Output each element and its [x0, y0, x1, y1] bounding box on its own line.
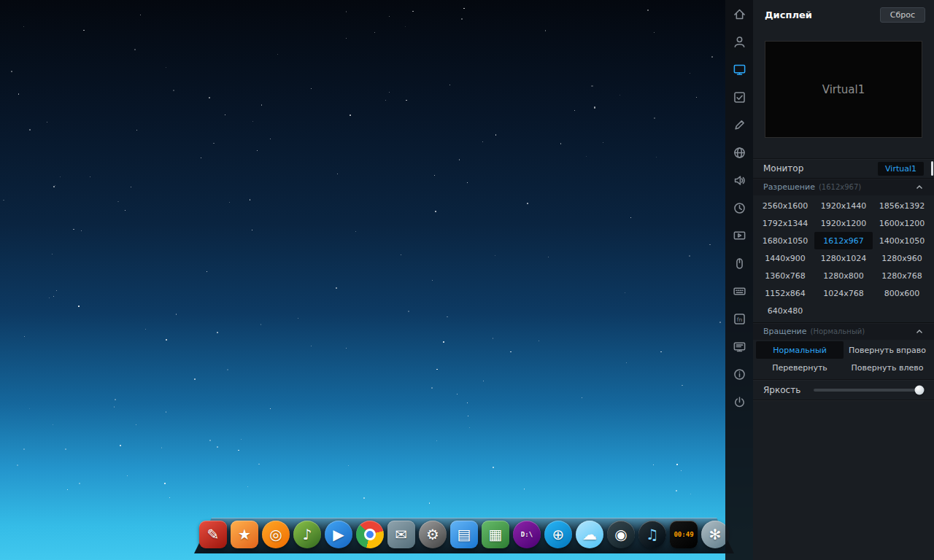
dock-chrome[interactable] [356, 521, 384, 548]
chevron-up-icon[interactable] [915, 183, 924, 192]
sidebar-item-keyboard[interactable] [733, 284, 746, 298]
dock-music-player[interactable]: ♫ [638, 521, 666, 548]
sidebar-item-accounts[interactable] [733, 35, 746, 49]
star [24, 336, 26, 338]
resolution-option[interactable]: 1600x1200 [873, 214, 931, 232]
star [161, 447, 162, 448]
star [176, 314, 177, 314]
panel-scrollbar[interactable] [931, 161, 933, 176]
star [3, 200, 4, 201]
star [277, 54, 278, 55]
sidebar-item-system-display[interactable] [733, 340, 746, 354]
monitor-preview-label: Virtual1 [822, 83, 865, 96]
resolution-options: 2560x16001920x14401856x13921792x13441920… [753, 195, 934, 322]
star [227, 369, 228, 370]
resolution-option[interactable]: 1920x1200 [814, 214, 873, 232]
dock-file-manager[interactable]: ★ [231, 521, 258, 548]
dock-camera[interactable]: ◉ [607, 521, 635, 548]
rotation-option[interactable]: Повернуть вправо [844, 341, 931, 359]
sidebar-item-display[interactable] [733, 63, 746, 77]
brightness-knob[interactable] [914, 385, 924, 394]
resolution-option[interactable]: 1792x1344 [756, 214, 814, 232]
dock-browser[interactable]: ⊕ [544, 521, 572, 548]
resolution-option[interactable]: 1360x768 [756, 267, 814, 284]
sidebar-item-datetime[interactable] [733, 201, 746, 215]
star [681, 470, 682, 471]
star [166, 67, 166, 68]
star [676, 490, 676, 491]
sidebar-item-info[interactable] [733, 368, 746, 381]
dock-clock-app[interactable]: 00:49 [670, 521, 698, 548]
star [435, 211, 436, 212]
star [346, 38, 347, 39]
dock-deepin-movie[interactable]: ▶ [325, 521, 352, 548]
star [436, 369, 437, 370]
resolution-option[interactable]: 1280x800 [814, 267, 873, 284]
star [164, 483, 166, 484]
sidebar-item-default-apps[interactable] [733, 90, 746, 104]
dock-email[interactable]: ✉ [387, 521, 415, 548]
resolution-option[interactable]: 1680x1050 [756, 232, 814, 249]
image-viewer-icon: ✻ [709, 527, 722, 542]
sidebar-item-power[interactable] [733, 395, 746, 409]
monitor-value-chip[interactable]: Virtual1 [878, 162, 924, 176]
star [127, 475, 128, 476]
dock-terminal[interactable]: D:\ [513, 521, 541, 548]
resolution-option[interactable]: 1856x1392 [873, 197, 931, 214]
star [405, 26, 406, 27]
resolution-option[interactable]: 800x600 [873, 284, 931, 302]
star [545, 30, 547, 31]
star [114, 406, 115, 408]
resolution-option[interactable]: 1152x864 [756, 284, 814, 302]
resolution-option[interactable]: 2560x1600 [756, 197, 814, 214]
sidebar-item-home[interactable] [733, 7, 746, 21]
star [457, 394, 458, 394]
resolution-option[interactable]: 1024x768 [814, 284, 873, 302]
dock-deepin-music[interactable]: ♪ [293, 521, 321, 548]
svg-text:fn: fn [736, 316, 742, 323]
resolution-option[interactable]: 1400x1050 [873, 232, 931, 249]
star [429, 502, 430, 503]
brightness-label: Яркость [763, 385, 800, 395]
brightness-slider[interactable] [814, 385, 924, 395]
sidebar-item-screen[interactable] [733, 229, 746, 243]
dock-cloud[interactable]: ☁ [576, 521, 603, 548]
dock-control-badge[interactable]: ⚙ [419, 521, 447, 548]
resolution-option[interactable]: 1612x967 [814, 232, 873, 249]
rotation-option[interactable]: Повернуть влево [844, 359, 931, 376]
star [401, 254, 401, 255]
rotation-option[interactable]: Перевернуть [756, 359, 844, 376]
star [213, 143, 215, 144]
resolution-option[interactable]: 1280x1024 [814, 249, 873, 267]
rotation-section-header[interactable]: Вращение (Нормальный) [753, 322, 934, 340]
star [217, 332, 218, 333]
dock-deepin-launcher[interactable]: ✎ [199, 521, 227, 548]
resolution-option[interactable]: 1440x900 [756, 249, 814, 267]
chevron-up-icon[interactable] [915, 327, 924, 336]
star [134, 49, 136, 50]
sidebar-item-network[interactable] [733, 146, 746, 160]
resolution-option[interactable]: 1920x1440 [814, 197, 873, 214]
resolution-option[interactable]: 934x560 [873, 267, 931, 284]
star [690, 73, 690, 74]
rotation-option[interactable]: Нормальный [756, 341, 844, 359]
resolution-option[interactable]: 1280x960 [873, 249, 931, 267]
star [229, 202, 230, 203]
reset-button[interactable]: Сброс [880, 7, 925, 23]
dock-app-store[interactable]: ◎ [262, 521, 290, 548]
sidebar-item-mouse[interactable] [733, 257, 746, 271]
brightness-track[interactable] [814, 389, 924, 392]
dock-spreadsheet[interactable]: ▦ [482, 521, 509, 548]
sidebar-item-fn[interactable]: fn [733, 312, 746, 326]
star [560, 143, 561, 144]
star [250, 199, 251, 201]
star [346, 348, 347, 349]
resolution-option[interactable]: 640x480 [756, 302, 814, 319]
star [78, 306, 80, 307]
star [647, 9, 649, 11]
sidebar-item-personalization[interactable] [733, 118, 746, 132]
sidebar-item-sound[interactable] [733, 174, 746, 187]
resolution-section-header[interactable]: Разрешение (1612x967) [753, 178, 934, 195]
dock-writer[interactable]: ▤ [450, 521, 478, 548]
star [459, 159, 460, 160]
